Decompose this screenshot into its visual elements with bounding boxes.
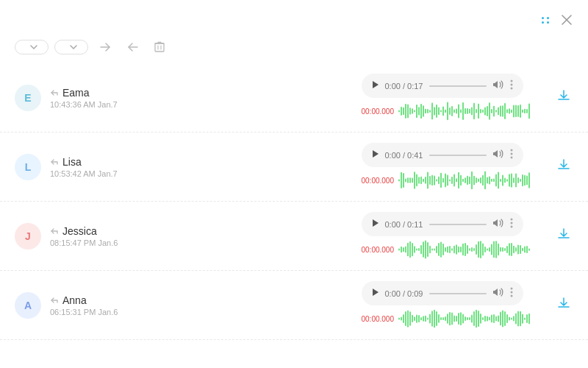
svg-rect-222 — [449, 312, 451, 325]
svg-rect-14 — [407, 105, 409, 118]
grid-icon-button[interactable] — [540, 15, 551, 25]
svg-rect-81 — [416, 174, 417, 187]
svg-rect-169 — [471, 247, 473, 252]
chevron-down-icon-2 — [70, 45, 77, 49]
play-button[interactable] — [372, 149, 379, 160]
progress-bar[interactable] — [429, 85, 487, 87]
svg-rect-256 — [524, 317, 526, 319]
svg-rect-146 — [420, 245, 422, 254]
progress-bar[interactable] — [429, 293, 487, 294]
svg-rect-93 — [442, 178, 444, 183]
svg-rect-55 — [498, 107, 499, 115]
svg-rect-241 — [491, 315, 492, 323]
svg-point-133 — [510, 219, 512, 221]
download-button[interactable] — [554, 224, 573, 247]
svg-rect-95 — [447, 175, 448, 186]
svg-rect-173 — [480, 241, 481, 258]
svg-rect-178 — [491, 244, 492, 255]
reply-button[interactable] — [122, 38, 144, 56]
svg-rect-112 — [484, 171, 486, 190]
call-info: Lisa 10:53:42 AM Jan.7 — [50, 156, 353, 178]
svg-rect-37 — [458, 105, 459, 118]
svg-rect-30 — [442, 106, 444, 116]
reply-call-icon — [50, 158, 59, 166]
svg-rect-159 — [449, 246, 451, 253]
svg-rect-65 — [520, 105, 521, 118]
svg-rect-142 — [412, 243, 413, 256]
download-button[interactable] — [554, 155, 573, 178]
svg-rect-91 — [438, 177, 440, 185]
dots-grid-icon — [542, 17, 550, 24]
play-button[interactable] — [372, 80, 379, 91]
svg-rect-63 — [515, 105, 517, 118]
svg-point-134 — [510, 222, 512, 224]
vertical-dots-icon — [510, 218, 513, 228]
svg-rect-153 — [436, 246, 437, 253]
svg-rect-183 — [502, 247, 503, 252]
svg-rect-223 — [451, 313, 453, 325]
svg-rect-10 — [398, 110, 400, 113]
svg-rect-150 — [429, 246, 431, 254]
forward-icon — [98, 41, 112, 53]
svg-rect-54 — [495, 110, 497, 112]
svg-rect-88 — [431, 175, 433, 185]
svg-rect-120 — [502, 174, 503, 185]
svg-rect-216 — [436, 311, 437, 326]
svg-rect-138 — [403, 247, 404, 252]
time-display: 0:00 / 0:17 — [385, 82, 423, 91]
play-button[interactable] — [372, 219, 379, 230]
waveform-time: 00:00.000 — [362, 315, 395, 323]
svg-rect-248 — [506, 314, 508, 323]
svg-rect-82 — [418, 177, 420, 184]
svg-rect-52 — [491, 109, 492, 113]
top-contacts-dropdown[interactable] — [15, 40, 49, 54]
svg-rect-205 — [412, 315, 413, 322]
svg-rect-137 — [401, 247, 402, 253]
download-button[interactable] — [554, 294, 573, 316]
svg-rect-244 — [498, 315, 499, 322]
vertical-dots-icon — [510, 79, 513, 90]
svg-rect-229 — [465, 316, 466, 321]
svg-point-196 — [510, 288, 512, 290]
volume-svg — [492, 287, 504, 297]
svg-rect-255 — [522, 314, 523, 323]
volume-icon — [492, 287, 504, 300]
svg-point-197 — [510, 291, 512, 294]
svg-rect-83 — [420, 177, 422, 185]
forward-button[interactable] — [94, 38, 116, 56]
svg-rect-160 — [451, 248, 453, 251]
more-options-icon[interactable] — [510, 79, 513, 92]
svg-rect-180 — [495, 241, 497, 258]
svg-rect-171 — [476, 244, 477, 255]
svg-rect-242 — [493, 314, 495, 323]
more-options-icon[interactable] — [510, 149, 513, 161]
svg-rect-110 — [480, 177, 481, 183]
player-card: 0:00 / 0:09 — [362, 281, 523, 305]
reply-call-icon — [50, 297, 59, 304]
call-name: Jessica — [50, 225, 353, 237]
svg-rect-172 — [478, 241, 479, 258]
svg-rect-69 — [528, 104, 530, 119]
svg-rect-56 — [500, 106, 501, 117]
svg-rect-168 — [469, 248, 470, 251]
player-wrapper: 0:00 / 0:41 — [362, 143, 546, 191]
more-options-icon[interactable] — [510, 218, 513, 230]
svg-rect-34 — [451, 106, 453, 116]
whatsapp-dropdown[interactable] — [54, 40, 88, 54]
close-button[interactable] — [560, 13, 573, 26]
svg-rect-104 — [467, 176, 468, 185]
svg-rect-167 — [467, 245, 468, 254]
progress-bar[interactable] — [429, 155, 487, 156]
svg-rect-176 — [487, 249, 488, 251]
svg-rect-105 — [469, 177, 470, 185]
delete-button[interactable] — [150, 38, 169, 56]
download-button[interactable] — [554, 86, 573, 109]
more-options-icon[interactable] — [510, 287, 513, 300]
play-button[interactable] — [372, 288, 379, 299]
svg-rect-98 — [453, 174, 455, 187]
player-wrapper: 0:00 / 0:17 — [362, 74, 546, 121]
svg-rect-48 — [482, 110, 484, 113]
svg-rect-41 — [467, 108, 468, 114]
svg-rect-99 — [456, 178, 457, 182]
progress-bar[interactable] — [429, 224, 487, 225]
